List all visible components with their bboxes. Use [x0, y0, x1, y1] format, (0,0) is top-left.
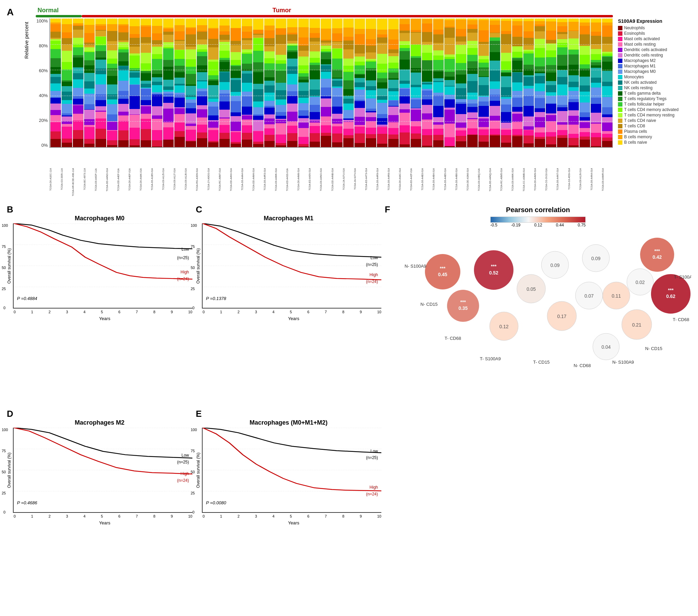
stacked-bar[interactable] — [388, 18, 399, 147]
bar-segment — [490, 106, 500, 116]
stacked-bar[interactable] — [73, 18, 83, 147]
stacked-bar[interactable] — [546, 18, 556, 147]
stacked-bar[interactable] — [354, 18, 365, 147]
bar-segment — [490, 121, 500, 129]
stacked-bar[interactable] — [242, 18, 252, 147]
stacked-bar[interactable] — [152, 18, 163, 147]
bar-segment — [219, 90, 230, 94]
stacked-bar[interactable] — [456, 18, 466, 147]
stacked-bar[interactable] — [377, 18, 388, 147]
svg-text:0.09: 0.09 — [591, 256, 600, 261]
stacked-bar[interactable] — [478, 18, 489, 147]
stacked-bar[interactable] — [524, 18, 534, 147]
stacked-bar[interactable] — [433, 18, 444, 147]
bar-segment — [73, 139, 83, 147]
stacked-bar[interactable] — [422, 18, 432, 147]
stacked-bar[interactable] — [602, 18, 613, 147]
bar-segment — [73, 105, 83, 114]
legend-color — [618, 48, 623, 52]
stacked-bar[interactable] — [197, 18, 207, 147]
bar-segment — [602, 134, 613, 138]
bar-segment — [185, 113, 196, 123]
bar-segment — [433, 78, 444, 81]
bar-segment — [298, 76, 309, 80]
stacked-bar[interactable] — [174, 18, 185, 147]
stacked-bar[interactable] — [591, 18, 601, 147]
bar-segment — [444, 137, 455, 146]
bar-segment — [208, 75, 219, 79]
bar-segment — [524, 77, 534, 86]
bar-segment — [276, 71, 286, 83]
bar-segment — [410, 87, 421, 98]
stacked-bar[interactable] — [343, 18, 354, 147]
bar-segment — [512, 58, 523, 61]
stacked-bar[interactable] — [444, 18, 455, 147]
stacked-bar[interactable] — [118, 18, 129, 147]
bar-segment — [332, 28, 343, 33]
bar-segment — [332, 49, 343, 59]
bar-segment — [490, 52, 500, 61]
stacked-bar[interactable] — [321, 18, 331, 147]
bar-segment — [163, 109, 174, 122]
stacked-bar[interactable] — [141, 18, 151, 147]
bar-segment — [591, 60, 601, 62]
panel-e: E Macrophages (M0+M1+M2) Overall surviva… — [196, 409, 381, 610]
stacked-bar[interactable] — [129, 18, 140, 147]
bar-segment — [354, 117, 365, 125]
bar-segment — [557, 43, 568, 47]
svg-text:0.52: 0.52 — [489, 270, 498, 276]
bar-segment — [163, 60, 174, 67]
stacked-bar[interactable] — [61, 18, 72, 147]
svg-text:0.02: 0.02 — [636, 280, 644, 285]
stacked-bar[interactable] — [309, 18, 320, 147]
stacked-bar[interactable] — [366, 18, 376, 147]
bar-segment — [501, 45, 512, 53]
bar-segment — [388, 80, 399, 88]
stacked-bar[interactable] — [568, 18, 579, 147]
section-f-label: F — [385, 204, 390, 215]
stacked-bar[interactable] — [107, 18, 117, 147]
stacked-bar[interactable] — [163, 18, 174, 147]
stacked-bar[interactable] — [276, 18, 286, 147]
bar-segment — [422, 105, 432, 113]
stacked-bar[interactable] — [219, 18, 230, 147]
stacked-bar[interactable] — [253, 18, 264, 147]
bar-segment — [264, 81, 275, 85]
stacked-bar[interactable] — [490, 18, 500, 147]
stacked-bar[interactable] — [580, 18, 590, 147]
bar-segment — [602, 54, 613, 56]
stacked-bar[interactable] — [332, 18, 343, 147]
bar-segment — [118, 18, 129, 24]
legend-color — [618, 124, 623, 128]
legend-color — [618, 69, 623, 74]
stacked-bar[interactable] — [287, 18, 297, 147]
stacked-bar[interactable] — [467, 18, 478, 147]
stacked-bar[interactable] — [410, 18, 421, 147]
stacked-bar[interactable] — [231, 18, 241, 147]
svg-text:0.21: 0.21 — [632, 322, 641, 327]
bar-segment — [568, 116, 579, 125]
stacked-bar[interactable] — [400, 18, 410, 147]
bar-segment — [219, 26, 230, 31]
stacked-bar[interactable] — [84, 18, 95, 147]
stacked-bar[interactable] — [557, 18, 568, 147]
bar-segment — [197, 81, 207, 88]
legend-color — [618, 135, 623, 139]
bar-segment — [456, 104, 466, 114]
stacked-bar[interactable] — [208, 18, 219, 147]
bar-segment — [422, 113, 432, 120]
stacked-bar[interactable] — [501, 18, 512, 147]
stacked-bar[interactable] — [512, 18, 523, 147]
bar-segment — [95, 26, 106, 30]
stacked-bar[interactable] — [185, 18, 196, 147]
stacked-bar[interactable] — [534, 18, 545, 147]
stacked-bar[interactable] — [264, 18, 275, 147]
stacked-bar[interactable] — [298, 18, 309, 147]
bar-segment — [467, 99, 478, 104]
stacked-bar[interactable] — [95, 18, 106, 147]
x-label: TCGA-D0-A4NO-01A — [320, 168, 331, 199]
svg-text:N- S100A9: N- S100A9 — [612, 360, 634, 365]
stacked-bar[interactable] — [51, 18, 61, 147]
panel-c-title: Macrophages M1 — [196, 215, 381, 222]
section-bottom: B Macrophages M0 Overall survival (%) 10… — [7, 204, 691, 609]
